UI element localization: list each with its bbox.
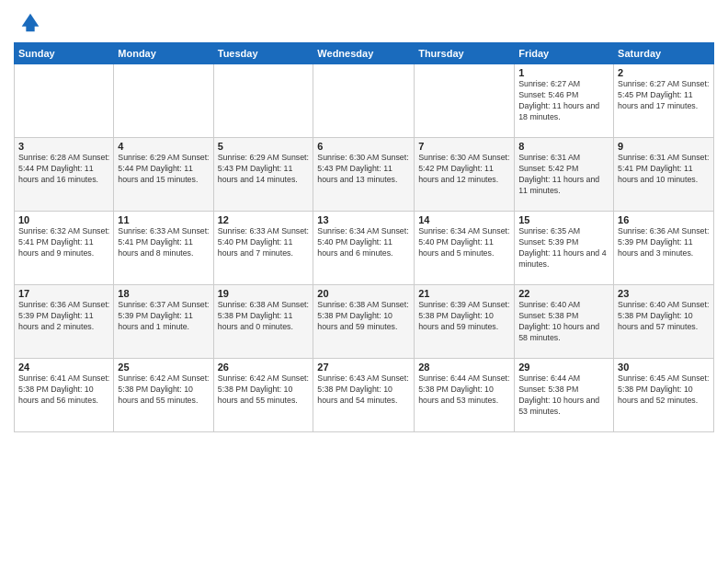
calendar-header: SundayMondayTuesdayWednesdayThursdayFrid… — [15, 43, 714, 64]
day-info: Sunrise: 6:34 AM Sunset: 5:40 PM Dayligh… — [418, 226, 510, 259]
day-number: 8 — [518, 141, 609, 152]
calendar-cell: 11Sunrise: 6:33 AM Sunset: 5:41 PM Dayli… — [114, 212, 213, 285]
day-info: Sunrise: 6:44 AM Sunset: 5:38 PM Dayligh… — [418, 373, 510, 407]
day-info: Sunrise: 6:36 AM Sunset: 5:39 PM Dayligh… — [18, 300, 109, 333]
calendar-cell: 10Sunrise: 6:32 AM Sunset: 5:41 PM Dayli… — [15, 212, 114, 285]
calendar-week-4: 24Sunrise: 6:41 AM Sunset: 5:38 PM Dayli… — [15, 359, 714, 432]
day-number: 19 — [218, 288, 310, 299]
calendar-cell: 16Sunrise: 6:36 AM Sunset: 5:39 PM Dayli… — [614, 212, 714, 285]
page-header — [14, 9, 714, 35]
day-info: Sunrise: 6:40 AM Sunset: 5:38 PM Dayligh… — [518, 300, 609, 344]
calendar-cell: 26Sunrise: 6:42 AM Sunset: 5:38 PM Dayli… — [213, 359, 313, 432]
day-number: 15 — [518, 214, 609, 225]
day-info: Sunrise: 6:33 AM Sunset: 5:40 PM Dayligh… — [218, 226, 310, 259]
calendar-cell: 2Sunrise: 6:27 AM Sunset: 5:45 PM Daylig… — [614, 64, 714, 138]
day-number: 27 — [317, 362, 410, 373]
day-number: 10 — [18, 214, 109, 225]
day-info: Sunrise: 6:42 AM Sunset: 5:38 PM Dayligh… — [218, 373, 310, 407]
day-info: Sunrise: 6:28 AM Sunset: 5:44 PM Dayligh… — [18, 153, 109, 186]
day-info: Sunrise: 6:44 AM Sunset: 5:38 PM Dayligh… — [518, 373, 609, 418]
day-info: Sunrise: 6:27 AM Sunset: 5:45 PM Dayligh… — [618, 79, 710, 112]
day-info: Sunrise: 6:34 AM Sunset: 5:40 PM Dayligh… — [317, 226, 410, 259]
col-header-thursday: Thursday — [415, 43, 515, 64]
calendar-cell: 17Sunrise: 6:36 AM Sunset: 5:39 PM Dayli… — [15, 285, 114, 359]
calendar-cell: 3Sunrise: 6:28 AM Sunset: 5:44 PM Daylig… — [15, 138, 114, 212]
day-number: 29 — [518, 362, 609, 373]
calendar-cell: 19Sunrise: 6:38 AM Sunset: 5:38 PM Dayli… — [213, 285, 313, 359]
calendar-cell: 9Sunrise: 6:31 AM Sunset: 5:41 PM Daylig… — [614, 138, 714, 212]
logo — [14, 9, 43, 35]
calendar-cell: 1Sunrise: 6:27 AM Sunset: 5:46 PM Daylig… — [515, 64, 614, 138]
calendar-cell — [114, 64, 213, 138]
calendar-cell — [15, 64, 114, 138]
svg-marker-1 — [26, 25, 34, 31]
day-number: 7 — [418, 141, 510, 152]
day-number: 1 — [518, 67, 609, 78]
calendar-cell: 7Sunrise: 6:30 AM Sunset: 5:42 PM Daylig… — [415, 138, 515, 212]
day-number: 18 — [118, 288, 209, 299]
day-info: Sunrise: 6:29 AM Sunset: 5:43 PM Dayligh… — [218, 153, 310, 186]
day-number: 9 — [618, 141, 710, 152]
calendar-week-1: 3Sunrise: 6:28 AM Sunset: 5:44 PM Daylig… — [15, 138, 714, 212]
col-header-saturday: Saturday — [614, 43, 714, 64]
page-container: SundayMondayTuesdayWednesdayThursdayFrid… — [0, 0, 728, 437]
day-number: 30 — [618, 362, 710, 373]
calendar-cell: 15Sunrise: 6:35 AM Sunset: 5:39 PM Dayli… — [515, 212, 614, 285]
logo-icon — [17, 9, 43, 35]
calendar-week-3: 17Sunrise: 6:36 AM Sunset: 5:39 PM Dayli… — [15, 285, 714, 359]
day-info: Sunrise: 6:40 AM Sunset: 5:38 PM Dayligh… — [618, 300, 710, 333]
calendar-cell: 30Sunrise: 6:45 AM Sunset: 5:38 PM Dayli… — [614, 359, 714, 432]
day-info: Sunrise: 6:35 AM Sunset: 5:39 PM Dayligh… — [518, 226, 609, 270]
day-info: Sunrise: 6:30 AM Sunset: 5:42 PM Dayligh… — [418, 153, 510, 186]
day-number: 4 — [118, 141, 209, 152]
day-number: 11 — [118, 214, 209, 225]
header-row: SundayMondayTuesdayWednesdayThursdayFrid… — [15, 43, 714, 64]
day-info: Sunrise: 6:30 AM Sunset: 5:43 PM Dayligh… — [317, 153, 410, 186]
day-info: Sunrise: 6:38 AM Sunset: 5:38 PM Dayligh… — [218, 300, 310, 333]
day-number: 22 — [518, 288, 609, 299]
calendar-cell: 27Sunrise: 6:43 AM Sunset: 5:38 PM Dayli… — [313, 359, 415, 432]
day-number: 26 — [218, 362, 310, 373]
day-info: Sunrise: 6:33 AM Sunset: 5:41 PM Dayligh… — [118, 226, 209, 259]
day-number: 6 — [317, 141, 410, 152]
calendar-cell: 8Sunrise: 6:31 AM Sunset: 5:42 PM Daylig… — [515, 138, 614, 212]
calendar-cell: 29Sunrise: 6:44 AM Sunset: 5:38 PM Dayli… — [515, 359, 614, 432]
day-info: Sunrise: 6:42 AM Sunset: 5:38 PM Dayligh… — [118, 373, 209, 407]
calendar-cell: 5Sunrise: 6:29 AM Sunset: 5:43 PM Daylig… — [213, 138, 313, 212]
calendar-cell: 13Sunrise: 6:34 AM Sunset: 5:40 PM Dayli… — [313, 212, 415, 285]
col-header-tuesday: Tuesday — [213, 43, 313, 64]
col-header-friday: Friday — [515, 43, 614, 64]
calendar-table: SundayMondayTuesdayWednesdayThursdayFrid… — [14, 42, 714, 432]
day-number: 14 — [418, 214, 510, 225]
calendar-cell — [213, 64, 313, 138]
day-number: 24 — [18, 362, 109, 373]
calendar-cell: 4Sunrise: 6:29 AM Sunset: 5:44 PM Daylig… — [114, 138, 213, 212]
col-header-sunday: Sunday — [15, 43, 114, 64]
day-number: 13 — [317, 214, 410, 225]
day-number: 28 — [418, 362, 510, 373]
calendar-cell: 12Sunrise: 6:33 AM Sunset: 5:40 PM Dayli… — [213, 212, 313, 285]
calendar-week-0: 1Sunrise: 6:27 AM Sunset: 5:46 PM Daylig… — [15, 64, 714, 138]
calendar-cell: 28Sunrise: 6:44 AM Sunset: 5:38 PM Dayli… — [415, 359, 515, 432]
calendar-cell: 25Sunrise: 6:42 AM Sunset: 5:38 PM Dayli… — [114, 359, 213, 432]
day-number: 5 — [218, 141, 310, 152]
calendar-cell: 21Sunrise: 6:39 AM Sunset: 5:38 PM Dayli… — [415, 285, 515, 359]
calendar-week-2: 10Sunrise: 6:32 AM Sunset: 5:41 PM Dayli… — [15, 212, 714, 285]
day-info: Sunrise: 6:41 AM Sunset: 5:38 PM Dayligh… — [18, 373, 109, 407]
calendar-cell — [415, 64, 515, 138]
day-info: Sunrise: 6:29 AM Sunset: 5:44 PM Dayligh… — [118, 153, 209, 186]
day-number: 21 — [418, 288, 510, 299]
day-number: 23 — [618, 288, 710, 299]
calendar-cell: 6Sunrise: 6:30 AM Sunset: 5:43 PM Daylig… — [313, 138, 415, 212]
day-info: Sunrise: 6:32 AM Sunset: 5:41 PM Dayligh… — [18, 226, 109, 259]
day-number: 17 — [18, 288, 109, 299]
calendar-cell: 23Sunrise: 6:40 AM Sunset: 5:38 PM Dayli… — [614, 285, 714, 359]
calendar-cell: 22Sunrise: 6:40 AM Sunset: 5:38 PM Dayli… — [515, 285, 614, 359]
day-info: Sunrise: 6:36 AM Sunset: 5:39 PM Dayligh… — [618, 226, 710, 259]
calendar-cell: 24Sunrise: 6:41 AM Sunset: 5:38 PM Dayli… — [15, 359, 114, 432]
day-info: Sunrise: 6:38 AM Sunset: 5:38 PM Dayligh… — [317, 300, 410, 333]
day-info: Sunrise: 6:45 AM Sunset: 5:38 PM Dayligh… — [618, 373, 710, 407]
day-number: 16 — [618, 214, 710, 225]
calendar-cell: 14Sunrise: 6:34 AM Sunset: 5:40 PM Dayli… — [415, 212, 515, 285]
calendar-body: 1Sunrise: 6:27 AM Sunset: 5:46 PM Daylig… — [15, 64, 714, 432]
